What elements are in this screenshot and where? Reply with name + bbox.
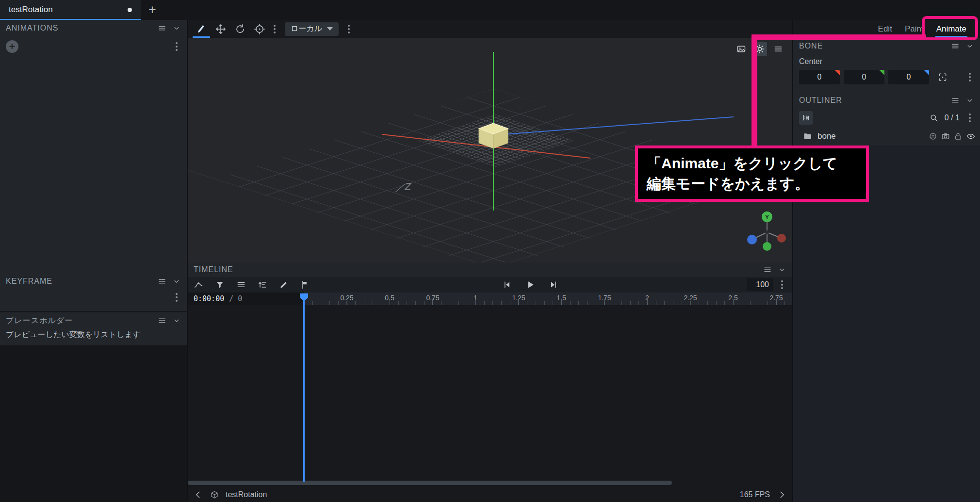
edit-keyframes-icon[interactable] xyxy=(279,280,289,290)
ruler-label: 2 xyxy=(645,294,649,302)
bone-center-z-field xyxy=(888,70,929,84)
pivot-tool-button[interactable] xyxy=(251,20,268,38)
new-tab-button[interactable]: + xyxy=(141,0,164,20)
tab-bar: testRotation + xyxy=(0,0,980,20)
gizmo-neg-x-ball[interactable] xyxy=(777,234,786,243)
outliner-node-bone[interactable]: bone xyxy=(793,127,980,146)
bone-panel-header: BONE xyxy=(793,38,980,54)
keyframe-title: KEYFRAME xyxy=(6,277,52,286)
jump-to-end-button[interactable] xyxy=(549,280,558,290)
toolbar-kebab-menu[interactable] xyxy=(270,23,279,35)
fps-readout: 165 FPS xyxy=(740,490,770,499)
add-animation-button[interactable]: + xyxy=(6,40,18,53)
keyframe-kebab-menu[interactable] xyxy=(172,291,181,303)
annotation-text-line1: 「Animate」をクリックして xyxy=(647,153,857,174)
axis-hint-label: Z xyxy=(395,180,412,193)
node-name: bone xyxy=(817,131,836,141)
panel-menu-icon[interactable] xyxy=(158,277,166,286)
gizmo-x-ball[interactable] xyxy=(763,242,771,251)
timeline-panel: TIMELINE xyxy=(188,262,792,502)
timeline-toolbar xyxy=(188,277,792,292)
paint-tool-button[interactable] xyxy=(193,20,210,38)
pick-center-icon[interactable] xyxy=(938,72,947,82)
bone-center-y-input[interactable] xyxy=(844,70,884,84)
outliner-view-toggle[interactable] xyxy=(799,111,813,125)
tab-testrotation[interactable]: testRotation xyxy=(0,0,141,20)
move-tool-button[interactable] xyxy=(212,20,229,38)
channels-icon[interactable] xyxy=(236,280,246,290)
panel-menu-icon[interactable] xyxy=(763,265,772,274)
play-button[interactable] xyxy=(525,280,535,290)
gizmo-z-ball[interactable] xyxy=(747,235,757,244)
transform-space-dropdown[interactable]: ローカル xyxy=(285,22,339,36)
chevron-right-icon[interactable] xyxy=(777,490,786,500)
timeline-kebab-menu[interactable] xyxy=(778,279,786,291)
bone-center-x-input[interactable] xyxy=(799,70,840,84)
left-panel: ANIMATIONS + KEYFRAME xyxy=(0,20,188,502)
animations-toolbar: + xyxy=(0,36,187,57)
ruler-label: 1.5 xyxy=(556,294,566,302)
placeholder-title: プレースホルダー xyxy=(6,316,73,326)
ruler-label: 2.75 xyxy=(769,294,783,302)
timeline-footer: testRotation 165 FPS xyxy=(188,487,792,502)
dropdown-caret-icon xyxy=(327,27,333,31)
chevron-down-icon[interactable] xyxy=(172,316,181,325)
orientation-gizmo[interactable]: Y xyxy=(747,211,786,251)
center-label: Center xyxy=(793,54,980,66)
folder-icon xyxy=(803,131,813,141)
viewport-menu-button[interactable] xyxy=(771,42,785,56)
playback-speed-field xyxy=(747,278,773,291)
rotate-tool-button[interactable] xyxy=(231,20,249,38)
animations-kebab-menu[interactable] xyxy=(172,41,181,52)
playhead-line xyxy=(303,301,305,482)
svg-text:Z: Z xyxy=(404,180,412,193)
cube-mesh[interactable] xyxy=(479,123,508,148)
lock-icon[interactable] xyxy=(954,132,963,141)
ik-toggle-icon[interactable] xyxy=(929,132,937,141)
panel-menu-icon[interactable] xyxy=(158,316,166,325)
playback-speed-input[interactable] xyxy=(747,280,773,289)
visibility-eye-icon[interactable] xyxy=(966,132,975,141)
bone-center-inputs xyxy=(793,66,980,84)
chevron-down-icon[interactable] xyxy=(965,42,974,50)
toolbar-kebab-menu-2[interactable] xyxy=(344,23,353,35)
graph-editor-icon[interactable] xyxy=(194,280,203,290)
bone-kebab-menu[interactable] xyxy=(965,71,974,83)
background-image-button[interactable] xyxy=(734,42,749,56)
chevron-down-icon[interactable] xyxy=(965,96,974,105)
panel-menu-icon[interactable] xyxy=(158,24,166,32)
chevron-down-icon[interactable] xyxy=(172,277,181,286)
outliner-kebab-menu[interactable] xyxy=(965,112,974,124)
ruler-label: 1.25 xyxy=(512,294,525,302)
ruler-label: 2.5 xyxy=(728,294,737,302)
placeholder-panel: プレースホルダー プレビューしたい変数をリストします xyxy=(0,312,187,345)
timeline-tracks-area[interactable] xyxy=(188,305,792,480)
annotation-highlight-box xyxy=(922,16,978,40)
outliner-title: OUTLINER xyxy=(799,96,842,105)
placeholder-panel-header: プレースホルダー xyxy=(0,312,187,329)
filter-icon[interactable] xyxy=(215,280,225,290)
timeline-scrollbar-thumb[interactable] xyxy=(188,481,672,485)
marker-flag-icon[interactable] xyxy=(300,280,310,290)
timeline-panel-header: TIMELINE xyxy=(188,262,792,277)
annotation-connector-vertical xyxy=(751,34,757,147)
timeline-ruler[interactable]: 0:00:00 / 0 0.25 0.5 0.75 1 1.25 1.5 1.7… xyxy=(188,292,792,305)
unsaved-indicator-dot[interactable] xyxy=(128,8,132,12)
search-icon[interactable] xyxy=(929,113,939,123)
timeline-title: TIMELINE xyxy=(194,265,233,274)
outliner-panel: OUTLINER 0 / 1 bone xyxy=(793,92,980,146)
outliner-toolbar: 0 / 1 xyxy=(793,109,980,127)
jump-to-start-button[interactable] xyxy=(502,280,512,290)
panel-menu-icon[interactable] xyxy=(951,42,960,50)
panel-menu-icon[interactable] xyxy=(951,96,960,105)
ruler-label: 0.75 xyxy=(426,294,439,302)
chevron-down-icon[interactable] xyxy=(172,24,181,32)
playback-controls xyxy=(502,280,558,290)
sort-icon[interactable] xyxy=(258,280,267,290)
bone-center-z-input[interactable] xyxy=(888,70,929,84)
keyframe-panel: KEYFRAME xyxy=(0,273,187,311)
chevron-left-icon[interactable] xyxy=(194,490,203,500)
chevron-down-icon[interactable] xyxy=(778,265,786,274)
export-camera-icon[interactable] xyxy=(941,132,950,141)
model-cube-icon xyxy=(210,490,219,499)
